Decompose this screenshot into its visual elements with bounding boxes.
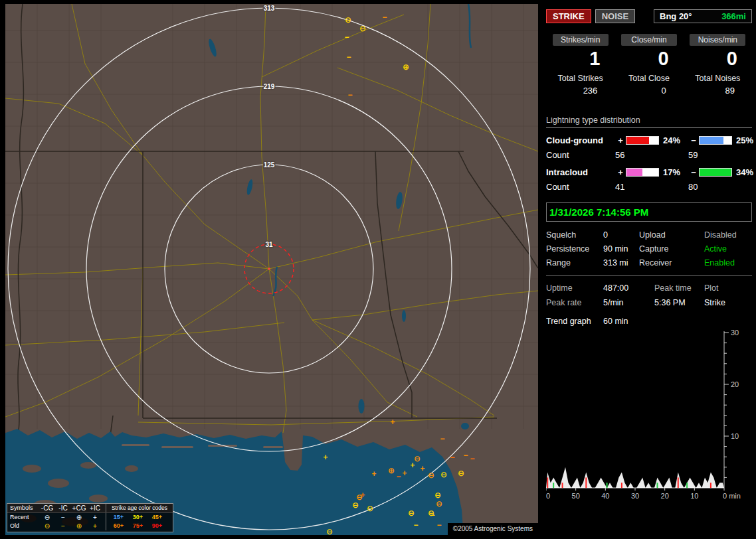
ic-plus-count: 41	[615, 182, 688, 192]
legend-age-codes: 60+ 75+ 90+	[106, 522, 167, 530]
noises-counter: Noises/min 0 Total Noises 89	[684, 34, 752, 96]
cg-plus-bar-fill	[626, 137, 649, 144]
total-close-label: Total Close	[614, 74, 683, 83]
plot-label: Plot	[704, 283, 752, 293]
noises-per-min-value: 0	[684, 48, 752, 69]
strike-symbol: ⊖	[440, 470, 447, 479]
range-setting-value: 313 mi	[603, 258, 639, 268]
copyright-notice: ©2005 Astrogenic Systems	[448, 523, 538, 535]
legend-age-codes: 15+ 30+ 45+	[106, 513, 167, 522]
distribution-title: Lightning type distribution	[546, 116, 752, 128]
plot-value: Strike	[704, 298, 752, 307]
plus-sign: +	[615, 135, 626, 145]
strike-symbol: +	[371, 469, 376, 479]
persistence-value: 90 min	[603, 244, 639, 254]
strike-symbol: −	[463, 451, 468, 460]
strike-symbol: −	[440, 434, 444, 443]
legend-header-col: +IC	[87, 504, 103, 512]
range-ring-label: 313	[264, 5, 275, 12]
minus-sign: −	[688, 167, 699, 177]
strike-symbol: −	[346, 52, 351, 62]
age-code: 45+	[147, 513, 167, 522]
legend-age-header: Strike age color codes	[106, 504, 170, 512]
ic-pos-symbol: +	[87, 513, 103, 522]
strike-symbol: −	[430, 510, 434, 520]
svg-text:30: 30	[731, 330, 739, 337]
intracloud-label: Intracloud	[546, 167, 615, 177]
receiver-label: Receiver	[639, 258, 704, 268]
ic-neg-symbol: −	[55, 522, 71, 530]
trend-series	[546, 467, 724, 488]
close-per-min-value: 0	[614, 48, 683, 69]
total-strikes-label: Total Strikes	[546, 74, 614, 83]
strike-symbol: +	[390, 418, 395, 427]
svg-text:30: 30	[631, 492, 639, 500]
squelch-value: 0	[603, 230, 639, 240]
water-bodies	[5, 4, 471, 535]
svg-text:50: 50	[572, 492, 580, 500]
trend-graph-label: Trend graph	[546, 317, 603, 326]
strike-symbol: ⊖	[326, 527, 333, 535]
datetime-display: 1/31/2026 7:14:56 PM	[546, 202, 752, 222]
status-panel: STRIKE NOISE Bng 20° 366mi Strikes/min 1…	[543, 5, 752, 502]
peak-rate-label: Peak rate	[546, 298, 603, 307]
strike-symbol: −	[470, 454, 474, 463]
sensor-marker	[268, 268, 270, 270]
range-ring-label: 125	[264, 161, 275, 169]
strike-button[interactable]: STRIKE	[546, 9, 591, 23]
total-strikes-value: 236	[546, 86, 614, 96]
strike-symbol: ⊖	[367, 504, 373, 513]
strike-symbol: ⊖	[352, 501, 359, 510]
ic-minus-bar	[699, 168, 732, 177]
map-display[interactable]: ⊖⊖−−−⊕−++⊖⊖⊖⊖−−−−⊖⊖⊖⊖⊖⊖⊖++⊕++−−⊖−−+ 3132…	[5, 4, 538, 535]
uptime-label: Uptime	[546, 283, 603, 293]
cg-neg-symbol: ⊖	[39, 522, 55, 530]
strikes-per-min-value: 1	[546, 48, 614, 69]
strike-symbol: ⊕	[403, 62, 409, 72]
peak-time-label: Peak time	[654, 283, 704, 293]
close-per-min-label: Close/min	[621, 34, 677, 46]
close-counter: Close/min 0 Total Close 0	[614, 34, 683, 96]
legend-header-row: Symbols -CG -IC +CG +IC Strike age color…	[7, 504, 173, 513]
range-value: 366mi	[721, 11, 746, 21]
ic-neg-symbol: −	[55, 513, 71, 522]
total-close-value: 0	[614, 86, 683, 96]
strike-symbol: −	[347, 90, 352, 100]
cg-plus-count: 56	[615, 150, 688, 160]
strike-symbol: −	[396, 472, 401, 481]
strike-symbol: +	[360, 491, 365, 500]
strike-symbol: ⊖	[458, 469, 464, 478]
settings-grid: Squelch 0 Upload Disabled Persistence 90…	[546, 230, 752, 268]
minus-sign: −	[688, 135, 699, 145]
persistence-label: Persistence	[546, 244, 603, 254]
divider	[546, 275, 752, 276]
ic-plus-bar	[626, 168, 659, 177]
bearing-range-display: Bng 20° 366mi	[654, 9, 752, 23]
map-svg: ⊖⊖−−−⊕−++⊖⊖⊖⊖−−−−⊖⊖⊖⊖⊖⊖⊖++⊕++−−⊖−−+ 3132…	[5, 4, 538, 535]
capture-status: Active	[704, 244, 752, 254]
capture-label: Capture	[639, 244, 704, 254]
svg-text:10: 10	[731, 432, 739, 440]
strike-symbol: +	[323, 453, 328, 462]
svg-text:20: 20	[661, 492, 669, 500]
strike-symbol: ⊖	[434, 491, 441, 500]
trend-header: Trend graph 60 min	[546, 317, 752, 326]
strike-symbol: ⊕	[388, 466, 395, 475]
count-label: Count	[546, 150, 615, 160]
svg-text:20: 20	[731, 380, 739, 388]
strike-symbol: −	[413, 520, 418, 530]
rate-counters: Strikes/min 1 Total Strikes 236 Close/mi…	[546, 34, 752, 96]
strike-symbol: +	[420, 464, 425, 473]
mode-toolbar: STRIKE NOISE Bng 20° 366mi	[546, 9, 752, 23]
cg-pos-symbol: ⊕	[71, 513, 87, 522]
legend-row-label: Recent	[10, 513, 39, 522]
total-noises-label: Total Noises	[684, 74, 752, 83]
intracloud-row: Intracloud + 17% − 34%	[546, 167, 752, 177]
ic-minus-count: 80	[688, 182, 752, 192]
noise-button[interactable]: NOISE	[595, 9, 635, 23]
legend-header-col: -IC	[55, 504, 71, 512]
age-code: 75+	[128, 522, 147, 530]
strike-symbol: −	[344, 33, 349, 42]
strike-symbol: ⊖	[436, 499, 442, 508]
legend-header-col: -CG	[39, 504, 55, 512]
